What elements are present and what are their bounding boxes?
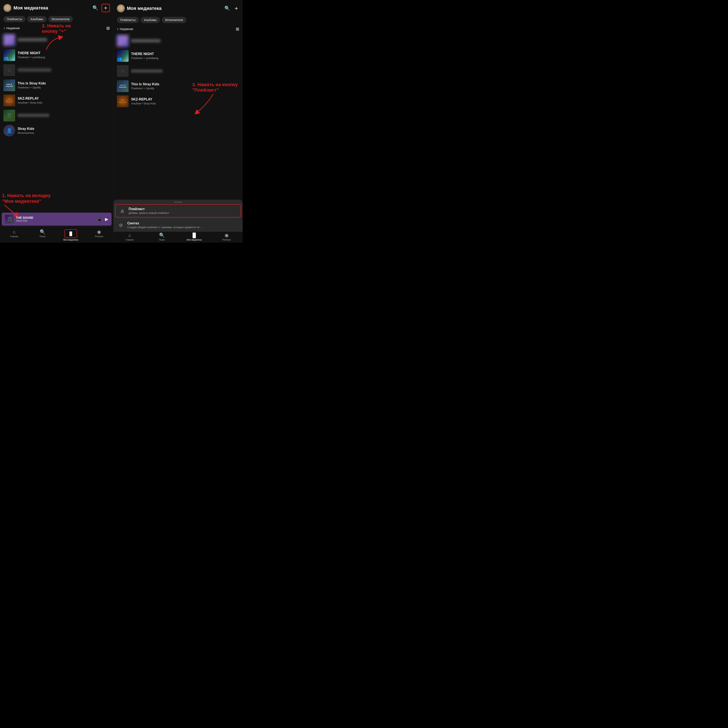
left-panel: Моя медиатека 🔍 + Плейлисты Альбомы Испо… bbox=[0, 0, 113, 243]
item-subtitle: Плейлист • Spotify bbox=[131, 87, 239, 90]
item-subtitle: Плейлист • yoshibang bbox=[18, 56, 110, 59]
item-title: THERE NIGHT bbox=[18, 51, 110, 55]
list-item[interactable]: THIS IS Stray Kids This Is Stray Kids Пл… bbox=[0, 78, 113, 93]
play-icon[interactable]: ▶ bbox=[105, 217, 108, 222]
right-nav-search[interactable]: 🔍 Поиск bbox=[146, 232, 178, 242]
item-title bbox=[131, 69, 163, 73]
now-playing-artist: Stray Kids bbox=[16, 219, 95, 222]
right-tab-playlists[interactable]: Плейлисты bbox=[117, 17, 139, 23]
right-nav-library[interactable]: ▐▌ Моя медиатека bbox=[178, 232, 211, 242]
home-icon: ⌂ bbox=[128, 232, 131, 238]
list-item[interactable]: ♫ bbox=[113, 63, 243, 79]
item-info: Stray Kids Исполнитель bbox=[18, 127, 110, 135]
item-title: SKZ-REPLAY bbox=[131, 98, 239, 101]
sheet-item-sintez[interactable]: ⊘ Синтез Создай общий плейлист с треками… bbox=[113, 219, 243, 232]
list-item[interactable]: 🎵 bbox=[0, 108, 113, 123]
list-item[interactable]: SKZREPLAY SKZ-REPLAY Альбом • Stray Kids bbox=[0, 93, 113, 108]
left-search-icon[interactable]: 🔍 bbox=[91, 4, 99, 12]
playlist-sheet-icon: ♫ bbox=[119, 208, 125, 214]
left-tab-albums[interactable]: Альбомы bbox=[27, 16, 46, 22]
item-title: This Is Stray Kids bbox=[131, 83, 239, 86]
sheet-item-title: Синтез bbox=[127, 222, 239, 225]
list-item[interactable]: 👥 THERE NIGHT Плейлист • yoshibang bbox=[0, 47, 113, 63]
nav-library[interactable]: ▐▌ Моя медиатека bbox=[57, 228, 85, 242]
item-info: THERE NIGHT Плейлист • yoshibang bbox=[18, 51, 110, 59]
item-info bbox=[18, 68, 110, 72]
list-item[interactable] bbox=[0, 32, 113, 47]
device-icon[interactable]: 📱 bbox=[97, 217, 102, 222]
item-thumbnail: SKZREPLAY bbox=[3, 95, 15, 106]
item-thumbnail: THIS IS Stray Kids bbox=[3, 80, 15, 91]
list-item[interactable]: THIS IS Stray Kids This Is Stray Kids Пл… bbox=[113, 79, 243, 94]
item-title bbox=[18, 38, 47, 41]
right-add-icon[interactable]: + bbox=[233, 4, 239, 13]
right-search-icon[interactable]: 🔍 bbox=[223, 5, 231, 12]
item-title: This Is Stray Kids bbox=[18, 81, 110, 85]
item-subtitle: Плейлист • Spotify bbox=[18, 86, 110, 89]
search-nav-icon: 🔍 bbox=[40, 229, 45, 235]
item-subtitle: Альбом • Stray Kids bbox=[131, 102, 239, 105]
item-thumbnail: 👥 bbox=[117, 50, 128, 62]
right-sort-row: ↕ Недавние ⊞ bbox=[113, 25, 243, 33]
now-playing-info: THE SOUND Stray Kids bbox=[16, 216, 95, 222]
right-sort-icon: ↕ bbox=[117, 27, 118, 31]
right-tab-albums[interactable]: Альбомы bbox=[141, 17, 160, 23]
sheet-item-subtitle: Создай общий плейлист с треками, которые… bbox=[127, 226, 239, 229]
item-title: SKZ-REPLAY bbox=[18, 96, 110, 101]
item-subtitle: Исполнитель bbox=[18, 131, 110, 135]
now-playing-thumbnail: 🎵 bbox=[5, 215, 14, 223]
item-thumbnail: ♫ bbox=[3, 64, 15, 76]
list-item[interactable]: 👥 THERE NIGHT Плейлист • yoshibang bbox=[113, 48, 243, 63]
left-header-title: Моя медиатека bbox=[14, 5, 89, 11]
left-sort-row: ↕ Недавние ⊞ bbox=[0, 24, 113, 32]
sheet-item-info: Плейлист Добавь треки в новый плейлист bbox=[128, 207, 237, 214]
bottom-sheet: ♫ Плейлист Добавь треки в новый плейлист… bbox=[113, 200, 243, 232]
item-info: SKZ-REPLAY Альбом • Stray Kids bbox=[131, 98, 239, 105]
sheet-item-info: Синтез Создай общий плейлист с треками, … bbox=[127, 222, 239, 229]
list-item[interactable]: SKZREPLAY SKZ-REPLAY Альбом • Stray Kids bbox=[113, 94, 243, 109]
sheet-item-playlist[interactable]: ♫ Плейлист Добавь треки в новый плейлист bbox=[115, 204, 241, 217]
sheet-handle bbox=[174, 202, 182, 203]
left-tab-artists[interactable]: Исполнители bbox=[48, 16, 73, 22]
item-thumbnail bbox=[117, 35, 128, 47]
item-thumbnail: 🎵 bbox=[3, 110, 15, 121]
nav-search[interactable]: 🔍 Поиск bbox=[28, 228, 57, 242]
item-title bbox=[18, 68, 51, 72]
left-sort-label[interactable]: ↕ Недавние bbox=[3, 26, 20, 30]
item-thumbnail: ♫ bbox=[117, 65, 128, 77]
right-tab-artists[interactable]: Исполнители bbox=[162, 17, 187, 23]
right-nav-home[interactable]: ⌂ Главная bbox=[113, 232, 146, 242]
sort-icon: ↕ bbox=[3, 26, 5, 30]
item-title bbox=[18, 114, 49, 117]
home-icon: ⌂ bbox=[13, 229, 15, 235]
nav-home[interactable]: ⌂ Главная bbox=[0, 228, 28, 242]
list-item[interactable]: ♫ bbox=[0, 63, 113, 78]
avatar[interactable] bbox=[3, 4, 11, 12]
item-title: Stray Kids bbox=[18, 127, 110, 131]
left-grid-icon[interactable]: ⊞ bbox=[106, 26, 110, 31]
left-add-button[interactable]: + bbox=[101, 4, 110, 12]
left-tab-playlists[interactable]: Плейлисты bbox=[3, 16, 25, 22]
nav-premium[interactable]: ◉ Premium bbox=[85, 228, 113, 242]
right-filter-tabs: Плейлисты Альбомы Исполнители bbox=[113, 15, 243, 25]
library-icon: ▐▌ bbox=[68, 231, 73, 236]
right-panel: Моя медиатека 🔍 + Плейлисты Альбомы Испо… bbox=[113, 0, 243, 243]
right-grid-icon[interactable]: ⊞ bbox=[236, 26, 239, 32]
item-info bbox=[131, 69, 239, 73]
right-nav-premium[interactable]: ◉ Premium bbox=[210, 232, 243, 242]
nav-library-bar: ▐▌ bbox=[64, 229, 77, 238]
item-thumbnail: THIS IS Stray Kids bbox=[117, 80, 128, 92]
sheet-item-title: Плейлист bbox=[128, 207, 237, 211]
right-avatar[interactable] bbox=[117, 5, 125, 12]
item-title bbox=[131, 39, 161, 43]
now-playing-bar[interactable]: 🎵 THE SOUND Stray Kids 📱 ▶ bbox=[2, 213, 112, 226]
now-playing-title: THE SOUND bbox=[16, 216, 95, 219]
list-item[interactable] bbox=[113, 33, 243, 48]
search-nav-icon: 🔍 bbox=[159, 232, 165, 238]
item-info bbox=[18, 38, 110, 42]
list-item[interactable]: 👤 Stray Kids Исполнитель bbox=[0, 123, 113, 138]
premium-icon: ◉ bbox=[225, 232, 229, 238]
item-info bbox=[18, 114, 110, 118]
right-sort-label[interactable]: ↕ Недавние bbox=[117, 27, 133, 31]
screen-container: Моя медиатека 🔍 + Плейлисты Альбомы Испо… bbox=[0, 0, 243, 243]
